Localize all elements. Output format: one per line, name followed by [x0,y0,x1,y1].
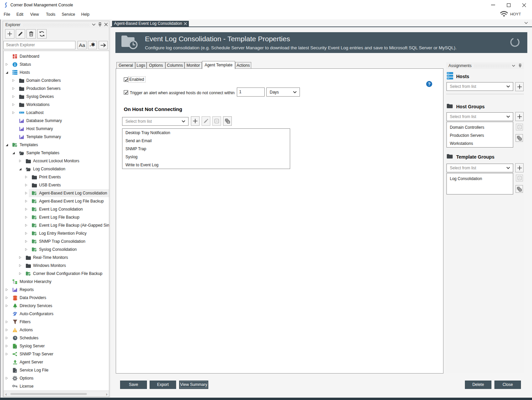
svg-text:?: ? [428,81,431,87]
